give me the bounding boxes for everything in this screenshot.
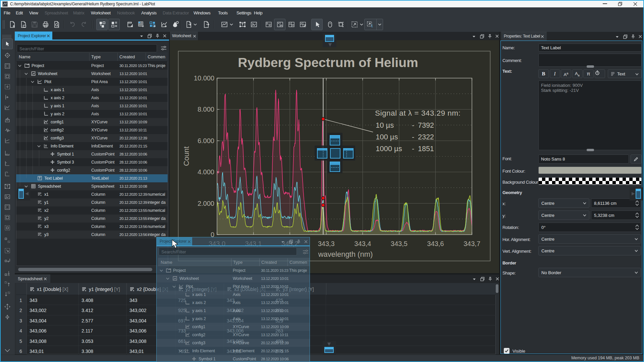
svg-text:343,7: 343,7: [464, 240, 480, 247]
svg-text:2322: 2322: [418, 133, 434, 141]
svg-text:1000 µs: 1000 µs: [376, 144, 402, 153]
svg-text:8.000: 8.000: [198, 106, 214, 113]
svg-text:Count: Count: [182, 146, 191, 166]
svg-text:1851: 1851: [418, 145, 434, 153]
svg-text:Signal at λ = 343.29 nm:: Signal at λ = 343.29 nm:: [375, 109, 461, 117]
svg-text:-: -: [412, 121, 414, 129]
svg-text:4.000: 4.000: [198, 168, 214, 176]
svg-text:wavelength (nm): wavelength (nm): [318, 250, 373, 258]
svg-text:-: -: [412, 145, 414, 153]
svg-text:Rydberg Spectrum of Helium: Rydberg Spectrum of Helium: [238, 55, 418, 70]
svg-text:343,3: 343,3: [318, 240, 335, 247]
svg-text:2.000: 2.000: [198, 200, 214, 207]
svg-text:343,5: 343,5: [391, 240, 408, 247]
svg-text:1: 1: [371, 24, 373, 28]
svg-text:10.000: 10.000: [194, 74, 214, 82]
svg-text:343,4: 343,4: [354, 240, 371, 247]
svg-text:100 µs: 100 µs: [376, 133, 398, 141]
svg-text:7392: 7392: [418, 121, 434, 129]
svg-text:10 µs: 10 µs: [376, 121, 394, 129]
svg-text:343,6: 343,6: [427, 240, 444, 247]
svg-text:-: -: [412, 133, 414, 141]
svg-text:6.000: 6.000: [198, 137, 214, 144]
